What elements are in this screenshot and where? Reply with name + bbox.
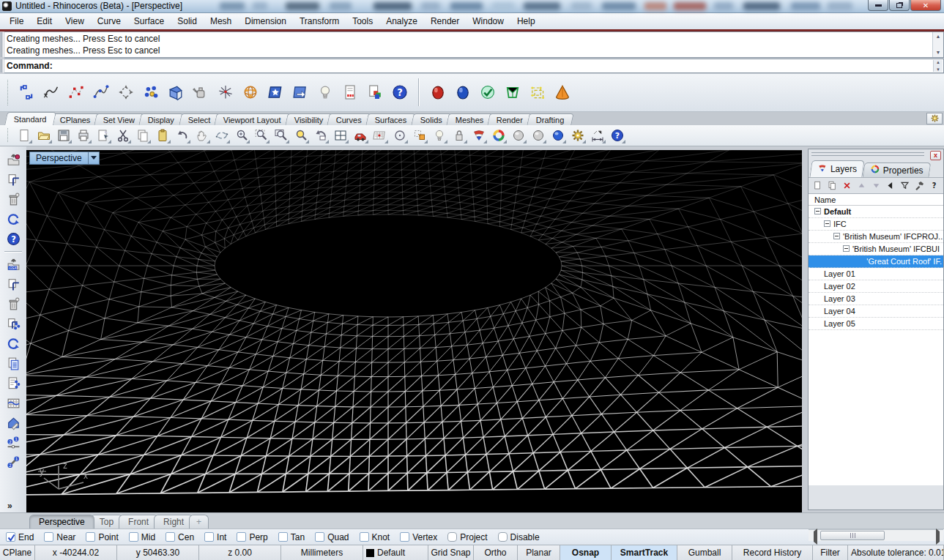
help-icon[interactable]: ? xyxy=(3,229,23,249)
status-grid-snap[interactable]: Grid Snap xyxy=(428,545,474,560)
status-osnap[interactable]: Osnap xyxy=(560,545,612,560)
osnap-knot[interactable]: Knot xyxy=(360,532,390,542)
toolbar-tab-standard[interactable]: Standard xyxy=(4,112,56,125)
toolbar-tab-set-view[interactable]: Set View xyxy=(94,113,145,125)
sphere-blue-icon[interactable] xyxy=(548,126,568,145)
scroll-left-icon[interactable] xyxy=(810,531,819,540)
layer-row-default[interactable]: Default xyxy=(809,206,943,218)
layer-row--british-museum-ifcbui[interactable]: 'British Museum' IFCBUI xyxy=(809,243,943,255)
curve-handles-icon[interactable] xyxy=(89,80,114,105)
menu-mesh[interactable]: Mesh xyxy=(204,15,238,28)
sidebar-more-button[interactable]: » xyxy=(0,501,12,511)
toolbar-tab-meshes[interactable]: Meshes xyxy=(446,113,493,125)
osnap-int[interactable]: Int xyxy=(204,532,226,542)
circle-center-icon[interactable] xyxy=(390,126,409,145)
scroll-thumb[interactable] xyxy=(820,531,885,540)
toolbar-tab-drafting[interactable]: Drafting xyxy=(527,113,573,125)
trash-icon[interactable] xyxy=(3,190,23,209)
osnap-vertex[interactable]: Vertex xyxy=(400,532,437,542)
print-icon[interactable] xyxy=(73,126,93,145)
osnap-end[interactable]: End xyxy=(6,532,34,542)
close-button[interactable]: ✕ xyxy=(910,0,941,11)
drag-mode-icon[interactable] xyxy=(114,80,138,105)
status-filter[interactable]: Filter xyxy=(813,545,848,560)
checkbox-icon[interactable] xyxy=(278,532,288,542)
panel-splitter[interactable] xyxy=(802,146,808,513)
panel-tab-properties[interactable]: Properties xyxy=(863,163,932,177)
pan-icon[interactable] xyxy=(192,126,212,145)
menu-analyze[interactable]: Analyze xyxy=(379,15,424,28)
menu-surface[interactable]: Surface xyxy=(127,15,171,28)
export-icon[interactable] xyxy=(3,150,23,170)
bounding-box-icon[interactable] xyxy=(525,80,550,105)
osnap-quad[interactable]: Quad xyxy=(315,532,349,542)
zoom-extents-icon[interactable] xyxy=(251,126,271,145)
minimize-button[interactable] xyxy=(868,0,888,11)
zoom-icon[interactable] xyxy=(231,126,251,145)
toolbar-tab-display[interactable]: Display xyxy=(139,113,184,125)
checkbox-icon[interactable] xyxy=(400,532,409,542)
save-icon[interactable] xyxy=(53,126,73,145)
dimension-icon[interactable] xyxy=(587,126,607,145)
new-layer-icon[interactable] xyxy=(811,179,824,192)
status-planar[interactable]: Planar xyxy=(518,545,560,560)
status-ortho[interactable]: Ortho xyxy=(474,545,518,560)
copy-frame-icon[interactable] xyxy=(3,170,23,190)
menu-dimension[interactable]: Dimension xyxy=(238,15,293,28)
lock-icon[interactable] xyxy=(449,126,469,145)
status-smarttrack[interactable]: SmartTrack xyxy=(612,545,677,560)
zoom-window-icon[interactable] xyxy=(271,126,291,145)
toolbar-tab-surfaces[interactable]: Surfaces xyxy=(365,113,416,125)
tab-options-gear-icon[interactable] xyxy=(926,113,943,124)
wire-sphere-icon[interactable] xyxy=(238,80,263,105)
mesh-canvas[interactable] xyxy=(26,150,802,514)
checkbox-icon[interactable] xyxy=(6,532,15,542)
doc-nodes-icon[interactable] xyxy=(3,373,23,393)
menu-tools[interactable]: Tools xyxy=(346,15,379,28)
command-history[interactable]: Creating meshes... Press Esc to cancel C… xyxy=(4,31,944,58)
control-points-icon[interactable] xyxy=(64,80,89,105)
osnap-project[interactable]: Project xyxy=(447,532,487,542)
help-icon[interactable]: ? xyxy=(607,126,627,145)
tree-expander-icon[interactable] xyxy=(814,208,821,214)
checkbox-icon[interactable] xyxy=(498,532,508,542)
copy-frame-icon[interactable] xyxy=(3,275,23,294)
menu-render[interactable]: Render xyxy=(424,15,466,28)
tree-expander-icon[interactable] xyxy=(824,220,830,227)
command-spinner[interactable]: ▲▼ xyxy=(933,60,943,72)
move-down-icon[interactable] xyxy=(870,179,882,192)
rotate-blue-icon[interactable] xyxy=(3,209,23,229)
layer-row-layer-04[interactable]: Layer 04 xyxy=(809,305,943,318)
zoom-selected-icon[interactable] xyxy=(291,126,311,145)
command-scrollbar[interactable]: ▲▼ xyxy=(932,32,943,57)
copy-docs-icon[interactable] xyxy=(3,354,23,373)
delete-layer-icon[interactable] xyxy=(841,179,853,192)
cut-icon[interactable] xyxy=(113,126,133,145)
panel-grip[interactable]: x xyxy=(809,149,943,161)
check-mesh-icon[interactable] xyxy=(475,80,500,105)
rotate-view-icon[interactable] xyxy=(212,126,231,145)
print-preview-icon[interactable] xyxy=(93,126,113,145)
curve-icon[interactable] xyxy=(39,80,64,105)
viewport-title-button[interactable]: Perspective xyxy=(29,152,100,165)
viewport-tab-perspective[interactable]: Perspective xyxy=(29,515,94,529)
lamp-icon[interactable] xyxy=(313,80,338,105)
help-question-icon[interactable]: ? xyxy=(928,179,940,192)
surface-analysis-icon[interactable] xyxy=(263,80,288,105)
collapse-left-icon[interactable] xyxy=(884,179,896,192)
point-cloud-icon[interactable] xyxy=(138,80,163,105)
osnap-disable[interactable]: Disable xyxy=(498,532,540,542)
lamp-icon[interactable] xyxy=(429,126,449,145)
osnap-tan[interactable]: Tan xyxy=(278,532,305,542)
restore-button[interactable] xyxy=(889,0,910,11)
extrude-icon[interactable] xyxy=(188,80,213,105)
command-input[interactable]: Command: ▲▼ xyxy=(4,59,944,73)
order-link-icon[interactable]: 12 xyxy=(3,433,23,452)
car-icon[interactable] xyxy=(350,126,370,145)
export-gsa-icon[interactable]: GSA xyxy=(3,255,23,275)
surface-icon[interactable] xyxy=(163,80,188,105)
filter-icon[interactable] xyxy=(899,179,911,192)
new-viewport-tab[interactable]: + xyxy=(189,515,209,529)
menu-solid[interactable]: Solid xyxy=(171,15,204,28)
perspective-viewport[interactable]: Perspective z x y xyxy=(26,150,802,514)
